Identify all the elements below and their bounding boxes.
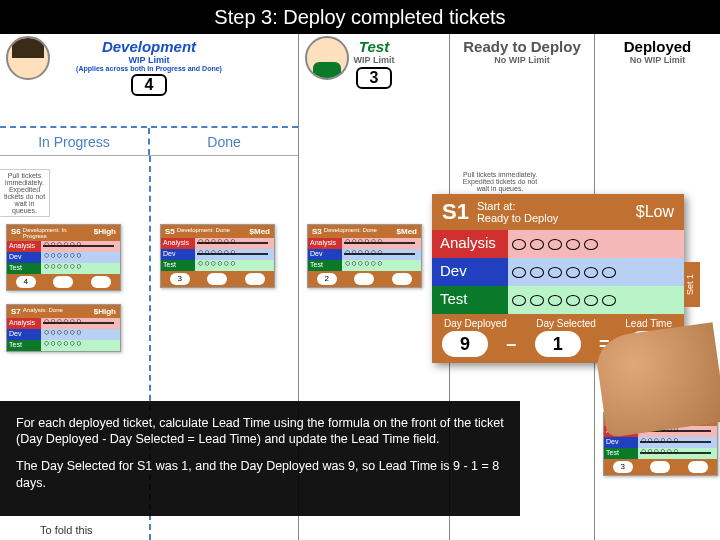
- ticket-s5[interactable]: S5Development: Done$Med Analysis Dev Tes…: [160, 224, 275, 288]
- col-deployed-title: Deployed: [597, 38, 718, 55]
- ticket-cost: $High: [94, 307, 116, 316]
- row-ana: Analysis: [7, 318, 41, 329]
- big-ticket-id: S1: [442, 199, 469, 225]
- row-dev: Dev: [7, 252, 41, 263]
- big-row-ana: Analysis: [432, 230, 508, 258]
- label-lead-time: Lead Time: [625, 318, 672, 329]
- dev-sub-done: Done: [150, 128, 298, 155]
- big-start: Ready to Deploy: [477, 212, 558, 224]
- ticket-start: Development: Done: [322, 227, 397, 236]
- ticket-start: Development: Done: [175, 227, 250, 236]
- minus-icon: –: [506, 334, 516, 355]
- dev-sub-inprogress: In Progress: [0, 128, 150, 155]
- col-deployed-wip: No WIP Limit: [597, 55, 718, 65]
- value-day-deployed: 9: [442, 331, 488, 357]
- row-test: Test: [161, 260, 195, 271]
- ticket-foot: 3: [613, 461, 633, 473]
- row-ana: Analysis: [308, 238, 342, 249]
- ticket-id: S7: [11, 307, 21, 316]
- hand-writing-icon: [594, 322, 720, 438]
- big-row-dev: Dev: [432, 258, 508, 286]
- row-dev: Dev: [7, 329, 41, 340]
- col-ready-wip: No WIP Limit: [452, 55, 592, 65]
- big-row-test: Test: [432, 286, 508, 314]
- ticket-id: S6: [11, 227, 21, 239]
- ticket-s6[interactable]: S6Development: In Progress$High Analysis…: [6, 224, 121, 291]
- col-dev-wip: 4: [131, 74, 168, 96]
- ticket-start: Analysis: Done: [21, 307, 94, 316]
- ticket-foot: 4: [16, 276, 36, 288]
- ticket-cost: $Med: [250, 227, 270, 236]
- flow-note-mid: Pull tickets immediately. Expedited tick…: [455, 169, 545, 194]
- ticket-s3[interactable]: S3Development: Done$Med Analysis Dev Tes…: [307, 224, 422, 288]
- big-start-prefix: Start at:: [477, 200, 516, 212]
- col-test-wip: 3: [356, 67, 393, 89]
- ticket-start: Development: In Progress: [21, 227, 94, 239]
- avatar-tester: [305, 36, 349, 80]
- ticket-id: S5: [165, 227, 175, 236]
- kanban-board: Development WIP Limit (Applies across bo…: [0, 34, 720, 540]
- row-ana: Analysis: [7, 241, 41, 252]
- step-title: Step 3: Deploy completed tickets: [0, 0, 720, 34]
- dev-subheader: In Progress Done: [0, 126, 298, 156]
- flow-note-left: Pull tickets immediately. Expedited tick…: [0, 169, 50, 217]
- ticket-side-tab: Set 1: [684, 262, 700, 307]
- ticket-foot: 2: [317, 273, 337, 285]
- ticket-id: S3: [312, 227, 322, 236]
- row-dev: Dev: [604, 437, 638, 448]
- ticket-foot: 3: [170, 273, 190, 285]
- row-test: Test: [7, 340, 41, 351]
- explanation-overlay: For each deployed ticket, calculate Lead…: [0, 401, 520, 517]
- label-day-selected: Day Selected: [536, 318, 595, 329]
- value-day-selected: 1: [535, 331, 581, 357]
- row-ana: Analysis: [161, 238, 195, 249]
- fold-hint: To fold this: [40, 524, 93, 536]
- row-test: Test: [7, 263, 41, 274]
- explain-p2: The Day Selected for S1 was 1, and the D…: [16, 458, 504, 492]
- row-test: Test: [308, 260, 342, 271]
- row-dev: Dev: [161, 249, 195, 260]
- row-dev: Dev: [308, 249, 342, 260]
- ticket-s7[interactable]: S7Analysis: Done$High Analysis Dev Test: [6, 304, 121, 352]
- row-test: Test: [604, 448, 638, 459]
- col-ready-title: Ready to Deploy: [452, 38, 592, 55]
- ticket-cost: $High: [94, 227, 116, 239]
- ticket-cost: $Med: [397, 227, 417, 236]
- explain-p1: For each deployed ticket, calculate Lead…: [16, 415, 504, 449]
- big-cost: $Low: [636, 203, 674, 221]
- avatar-developer: [6, 36, 50, 80]
- label-day-deployed: Day Deployed: [444, 318, 507, 329]
